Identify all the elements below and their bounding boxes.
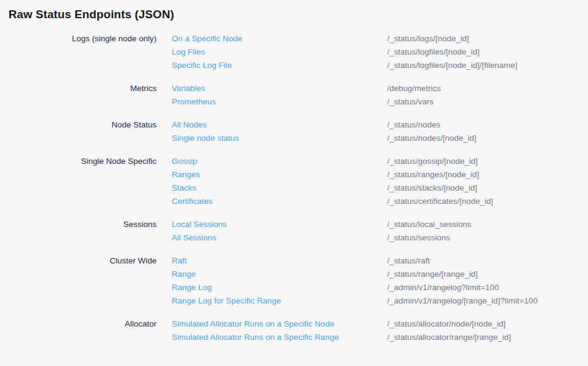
endpoint-path: /_status/allocator/node/[node_id] <box>387 319 505 328</box>
endpoint-link[interactable]: Prometheus <box>172 97 387 106</box>
endpoint-section: Allocator Simulated Allocator Runs on a … <box>0 317 588 344</box>
endpoint-path: /_status/logfiles/[node_id] <box>387 47 479 56</box>
endpoint-link[interactable]: Single node status <box>172 134 387 143</box>
endpoint-path: /_status/vars <box>387 97 434 106</box>
endpoint-link[interactable]: Log Files <box>172 47 387 56</box>
category-label: Single Node Specific <box>0 157 157 166</box>
endpoint-link[interactable]: Specific Log File <box>172 61 387 70</box>
endpoint-row: Stacks /_status/stacks/[node_id] <box>0 181 588 194</box>
endpoint-link[interactable]: All Sessions <box>172 233 387 242</box>
endpoint-section: Cluster Wide Raft /_status/raft Range /_… <box>0 254 588 307</box>
endpoint-link[interactable]: Raft <box>172 256 387 265</box>
endpoint-row: All Sessions /_status/sessions <box>0 231 588 244</box>
endpoint-row: Range Log for Specific Range /_admin/v1/… <box>0 294 588 307</box>
endpoint-link[interactable]: Range Log for Specific Range <box>172 296 387 305</box>
category-label: Logs (single node only) <box>0 34 157 43</box>
endpoints-table: Logs (single node only) On a Specific No… <box>0 32 588 353</box>
endpoint-path: /_status/nodes/[node_id] <box>387 134 476 143</box>
endpoint-path: /_status/range/[range_id] <box>387 269 478 279</box>
endpoint-row: Range Log /_admin/v1/rangelog?limit=100 <box>0 280 588 294</box>
endpoint-row: Cluster Wide Raft /_status/raft <box>0 254 588 267</box>
endpoint-link[interactable]: Stacks <box>172 183 387 192</box>
category-label: Metrics <box>0 84 157 93</box>
endpoint-section: Sessions Local Sessions /_status/local_s… <box>0 217 588 244</box>
endpoint-path: /_status/stacks/[node_id] <box>387 183 478 192</box>
endpoint-section: Metrics Variables /debug/metrics Prometh… <box>0 81 588 108</box>
endpoint-row: Single Node Specific Gossip /_status/gos… <box>0 154 588 168</box>
endpoint-path: /_status/sessions <box>387 233 450 242</box>
category-label: Sessions <box>0 220 157 229</box>
category-label: Allocator <box>0 319 157 328</box>
endpoint-row: Certificates /_status/certificates/[node… <box>0 194 588 208</box>
endpoint-path: /_status/certificates/[node_id] <box>387 197 493 206</box>
category-label: Node Status <box>0 120 157 129</box>
endpoint-section: Single Node Specific Gossip /_status/gos… <box>0 154 588 208</box>
endpoint-row: Simulated Allocator Runs on a Specific R… <box>0 330 588 344</box>
endpoint-row: Log Files /_status/logfiles/[node_id] <box>0 45 588 58</box>
endpoint-row: Node Status All Nodes /_status/nodes <box>0 118 588 131</box>
endpoint-row: Range /_status/range/[range_id] <box>0 267 588 280</box>
endpoint-path: /debug/metrics <box>387 84 441 93</box>
endpoint-path: /_status/gossip/[node_id] <box>387 157 478 166</box>
endpoint-path: /_status/allocator/range/[range_id] <box>387 333 511 342</box>
endpoint-row: Sessions Local Sessions /_status/local_s… <box>0 217 588 231</box>
endpoint-path: /_status/logs/[node_id] <box>387 34 469 43</box>
endpoint-row: Single node status /_status/nodes/[node_… <box>0 131 588 144</box>
endpoint-path: /_admin/v1/rangelog/[range_id]?limit=100 <box>387 296 538 305</box>
endpoint-path: /_status/ranges/[node_id] <box>387 170 479 179</box>
category-label: Cluster Wide <box>0 256 157 265</box>
endpoint-row: Ranges /_status/ranges/[node_id] <box>0 168 588 181</box>
endpoint-link[interactable]: Simulated Allocator Runs on a Specific R… <box>172 333 387 342</box>
endpoint-row: Logs (single node only) On a Specific No… <box>0 32 588 45</box>
endpoint-link[interactable]: Simulated Allocator Runs on a Specific N… <box>172 319 387 328</box>
endpoint-row: Metrics Variables /debug/metrics <box>0 81 588 95</box>
endpoint-section: Logs (single node only) On a Specific No… <box>0 32 588 72</box>
endpoint-path: /_status/logfiles/[node_id]/[filename] <box>387 61 518 70</box>
endpoint-link[interactable]: Certificates <box>172 197 387 206</box>
page-title: Raw Status Endpoints (JSON) <box>8 8 588 21</box>
endpoint-link[interactable]: Range Log <box>172 283 387 292</box>
endpoint-link[interactable]: Local Sessions <box>172 220 387 229</box>
endpoint-link[interactable]: Variables <box>172 84 387 93</box>
endpoint-section: Node Status All Nodes /_status/nodes Sin… <box>0 118 588 144</box>
endpoint-link[interactable]: Ranges <box>172 170 387 179</box>
endpoint-link[interactable]: Gossip <box>172 157 387 166</box>
endpoint-link[interactable]: All Nodes <box>172 120 387 129</box>
endpoint-link[interactable]: Range <box>172 269 387 279</box>
endpoint-path: /_status/local_sessions <box>387 220 471 229</box>
endpoint-row: Specific Log File /_status/logfiles/[nod… <box>0 58 588 72</box>
endpoint-path: /_status/nodes <box>387 120 441 129</box>
endpoint-row: Allocator Simulated Allocator Runs on a … <box>0 317 588 330</box>
endpoint-link[interactable]: On a Specific Node <box>172 34 387 43</box>
endpoint-path: /_status/raft <box>387 256 430 265</box>
endpoint-row: Prometheus /_status/vars <box>0 95 588 108</box>
endpoint-path: /_admin/v1/rangelog?limit=100 <box>387 283 499 292</box>
